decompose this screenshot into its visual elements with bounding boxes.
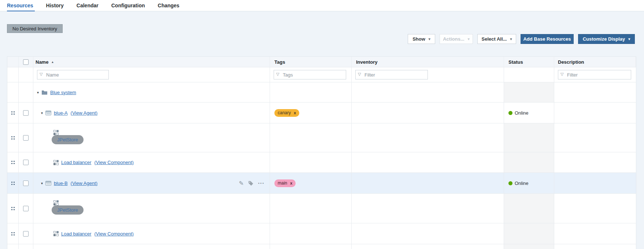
drag-handle[interactable] <box>11 161 15 164</box>
no-desired-inventory-button[interactable]: No Desired Inventory <box>7 24 63 33</box>
collapse-arrow-icon[interactable]: ▾ <box>41 181 43 185</box>
row-checkbox[interactable] <box>23 231 29 237</box>
header-drag-column <box>7 57 19 67</box>
checkbox-cell <box>19 103 33 123</box>
component-name-link[interactable]: Load balancer <box>61 160 91 165</box>
filter-description-cell: ▽ <box>554 67 636 82</box>
remove-tag-icon[interactable]: x <box>290 181 292 185</box>
drag-cell <box>7 82 19 102</box>
status-column-label: Status <box>508 59 523 65</box>
component-icon <box>53 160 59 165</box>
more-actions-icon[interactable]: ••• <box>258 181 264 185</box>
resource-group-link[interactable]: Blue system <box>50 90 76 95</box>
drag-handle[interactable] <box>11 207 15 210</box>
header-name[interactable]: Name ▲ <box>33 57 270 67</box>
inventory-cell <box>352 123 504 152</box>
view-component-link[interactable]: (View Component) <box>94 160 133 165</box>
select-all-checkbox[interactable] <box>23 59 29 65</box>
tab-history[interactable]: History <box>46 0 64 11</box>
view-component-link[interactable]: (View Component) <box>94 231 133 237</box>
chevron-down-icon: ▾ <box>628 37 630 41</box>
header-tags[interactable]: Tags <box>270 57 352 67</box>
tab-resources[interactable]: Resources <box>7 0 33 11</box>
description-cell <box>554 173 636 193</box>
drag-cell <box>7 244 19 249</box>
header-description[interactable]: Description <box>554 57 636 67</box>
inventory-column-label: Inventory <box>356 59 378 65</box>
agent-icon <box>45 181 51 186</box>
row-checkbox[interactable] <box>23 135 29 141</box>
description-filter-input[interactable] <box>558 70 631 79</box>
drag-handle[interactable] <box>11 182 15 185</box>
view-agent-link[interactable]: (View Agent) <box>71 181 97 186</box>
dragged-resource-pill[interactable]: JPetStore <box>52 135 84 144</box>
tags-cell: canary x <box>270 103 352 123</box>
row-checkbox[interactable] <box>23 181 29 186</box>
name-cell: ▾ blue-A (View Agent) <box>33 103 270 123</box>
customize-display-dropdown-button[interactable]: Customize Display ▾ <box>578 34 635 44</box>
agent-name-link[interactable]: blue-A <box>54 110 68 116</box>
drag-handle[interactable] <box>11 136 15 140</box>
actions-dropdown-button[interactable]: Actions... ▾ <box>440 34 473 44</box>
select-all-dropdown-button[interactable]: Select All... ▾ <box>477 34 516 44</box>
row-checkbox[interactable] <box>23 206 29 211</box>
component-name-link[interactable]: Load balancer <box>61 231 91 237</box>
filter-row: ▽ ▽ ▽ ▽ <box>7 67 636 82</box>
checkbox-cell <box>19 173 33 193</box>
show-dropdown-button[interactable]: Show ▾ <box>408 34 435 44</box>
remove-tag-icon[interactable]: x <box>294 111 296 115</box>
tag-icon[interactable] <box>248 181 253 186</box>
tags-filter-input[interactable] <box>274 70 346 79</box>
edit-pencil-icon[interactable]: ✎ <box>239 180 244 187</box>
view-agent-link[interactable]: (View Agent) <box>71 110 97 116</box>
tags-cell: main x <box>270 173 352 193</box>
component-name-link[interactable]: JPetStore <box>57 207 78 213</box>
row-checkbox[interactable] <box>23 110 29 116</box>
tab-changes[interactable]: Changes <box>158 0 179 11</box>
checkbox-cell <box>19 123 33 152</box>
dragged-resource-pill[interactable]: JPetStore <box>52 205 84 215</box>
table-header-row: Name ▲ Tags Inventory Status Description <box>7 57 636 67</box>
header-inventory[interactable]: Inventory <box>352 57 504 67</box>
inventory-cell <box>352 152 504 172</box>
collapse-arrow-icon[interactable]: ▾ <box>41 111 43 115</box>
status-cell <box>504 244 554 249</box>
description-cell <box>554 152 636 172</box>
inventory-filter-input[interactable] <box>355 70 428 79</box>
tab-configuration[interactable]: Configuration <box>111 0 145 11</box>
add-base-resources-button[interactable]: Add Base Resources <box>521 34 574 44</box>
add-base-resources-label: Add Base Resources <box>523 36 571 42</box>
component-name-link[interactable]: JPetStore <box>57 137 78 142</box>
table-row: Load balancer (View Component) <box>7 152 636 173</box>
tab-calendar[interactable]: Calendar <box>77 0 99 11</box>
checkbox-cell <box>19 244 33 249</box>
tags-cell <box>270 244 352 249</box>
name-cell: ▾ Blue system <box>33 82 270 102</box>
checkbox-cell <box>19 152 33 172</box>
inventory-cell <box>352 103 504 123</box>
name-filter-input[interactable] <box>37 70 109 79</box>
tag-pill: canary x <box>274 109 299 117</box>
drag-cell <box>7 194 19 223</box>
row-checkbox[interactable] <box>23 160 29 165</box>
tags-cell <box>270 123 352 152</box>
tags-cell <box>270 152 352 172</box>
chevron-down-icon: ▾ <box>510 37 512 41</box>
drag-handle[interactable] <box>11 111 15 115</box>
inventory-cell <box>352 223 504 244</box>
tab-bar: Resources History Calendar Configuration… <box>0 0 644 11</box>
name-cell: JPetStore <box>33 123 270 152</box>
filter-drag-spacer <box>7 67 19 82</box>
actions-label: Actions... <box>443 36 465 42</box>
inventory-cell <box>352 194 504 223</box>
name-cell: Load balancer (View Component) <box>33 152 270 172</box>
tag-label: main <box>278 181 287 186</box>
checkbox-cell <box>19 223 33 244</box>
status-cell <box>504 82 554 102</box>
agent-name-link[interactable]: blue-B <box>54 181 68 186</box>
collapse-arrow-icon[interactable]: ▾ <box>37 90 39 94</box>
status-cell <box>504 194 554 223</box>
header-status[interactable]: Status <box>504 57 554 67</box>
status-text: Online <box>515 181 529 186</box>
drag-handle[interactable] <box>11 232 15 235</box>
